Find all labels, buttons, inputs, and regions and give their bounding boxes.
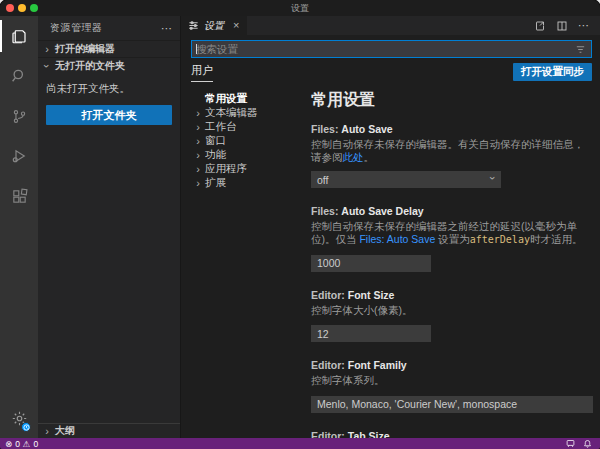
settings-toc: 常用设置 › 文本编辑器 › 工作台 › 窗口 › 功能 [181, 86, 303, 438]
section-open-editors-label: 打开的编辑器 [55, 42, 115, 56]
settings-search-box [191, 40, 592, 58]
settings-search-input[interactable] [192, 43, 570, 55]
section-open-editors[interactable]: › 打开的编辑器 [38, 40, 180, 57]
close-window-icon[interactable] [6, 4, 14, 12]
settings-sync-button[interactable]: 打开设置同步 [513, 63, 592, 81]
open-folder-button[interactable]: 打开文件夹 [46, 105, 172, 125]
setting-description: 控制字体系列。 [311, 374, 590, 387]
more-actions-icon[interactable]: ⋯ [578, 19, 590, 32]
filter-icon[interactable] [570, 44, 591, 55]
toc-item-window[interactable]: › 窗口 [193, 134, 303, 148]
tab-settings[interactable]: 设置 × [181, 16, 247, 35]
setting-font-family: Editor: Font Family 控制字体系列。 [311, 359, 590, 413]
activity-bar [0, 16, 38, 438]
chevron-right-icon: › [193, 135, 203, 147]
editor-area: 设置 × ⋯ [180, 16, 600, 438]
window-title: 设置 [291, 2, 309, 15]
search-icon [10, 67, 28, 85]
tab-settings-label: 设置 [204, 19, 224, 33]
auto-save-delay-input[interactable] [311, 255, 431, 272]
section-no-folder-label: 无打开的文件夹 [55, 59, 125, 73]
manage-button[interactable] [0, 400, 38, 436]
toc-item-common[interactable]: 常用设置 [193, 92, 303, 106]
vscode-window: 设置 [0, 0, 600, 449]
run-debug-icon [10, 147, 28, 165]
setting-description: 控制自动保存未保存的编辑器之前经过的延迟(以毫秒为单位)。仅当 Files: A… [311, 220, 590, 246]
problems-status[interactable]: ⊗ 0 ⚠ 0 [5, 439, 38, 449]
toc-item-extensions[interactable]: › 扩展 [193, 176, 303, 190]
setting-tab-size: Editor: Tab Size 一个制表符等于的空格数。在 Editor: D… [311, 430, 590, 439]
auto-save-select[interactable]: off › [311, 171, 501, 188]
traffic-lights [6, 4, 38, 12]
chevron-down-icon: › [41, 61, 53, 71]
activity-extensions[interactable] [0, 176, 38, 216]
toc-item-features[interactable]: › 功能 [193, 148, 303, 162]
status-bar: ⊗ 0 ⚠ 0 [0, 438, 600, 449]
activity-source-control[interactable] [0, 96, 38, 136]
link[interactable]: 此处 [343, 151, 364, 163]
settings-sliders-icon [188, 20, 199, 31]
minimize-window-icon[interactable] [18, 4, 26, 12]
setting-description: 控制字体大小(像素)。 [311, 304, 590, 317]
update-badge-icon [21, 422, 31, 432]
chevron-right-icon: › [193, 163, 203, 175]
notifications-bell-icon[interactable] [583, 439, 592, 448]
toc-item-text-editor[interactable]: › 文本编辑器 [193, 106, 303, 120]
extensions-icon [11, 188, 28, 205]
font-size-input[interactable] [311, 325, 431, 342]
chevron-right-icon: › [42, 425, 52, 437]
zoom-window-icon[interactable] [30, 4, 38, 12]
setting-font-size: Editor: Font Size 控制字体大小(像素)。 [311, 289, 590, 343]
warning-icon: ⚠ [23, 439, 31, 449]
sidebar-more-actions-icon[interactable]: ⋯ [161, 22, 172, 35]
font-family-input[interactable] [311, 396, 593, 413]
settings-content: 常用设置 Files: Auto Save 控制自动保存未保存的编辑器。有关自动… [303, 86, 600, 438]
settings-scope-row: 用户 打开设置同步 [191, 62, 592, 82]
toc-item-application[interactable]: › 应用程序 [193, 162, 303, 176]
setting-auto-save-delay: Files: Auto Save Delay 控制自动保存未保存的编辑器之前经过… [311, 205, 590, 272]
link[interactable]: Files: Auto Save [359, 233, 435, 245]
toc-item-workbench[interactable]: › 工作台 [193, 120, 303, 134]
text-caret [196, 44, 197, 54]
sidebar-title: 资源管理器 [50, 21, 103, 35]
section-outline[interactable]: › 大纲 [38, 423, 180, 438]
section-outline-label: 大纲 [55, 424, 75, 438]
feedback-icon[interactable] [566, 439, 575, 448]
tab-strip: 设置 × ⋯ [181, 16, 600, 35]
setting-auto-save: Files: Auto Save 控制自动保存未保存的编辑器。有关自动保存的详细… [311, 123, 590, 188]
code-span: afterDelay [470, 234, 530, 245]
chevron-down-icon: › [487, 176, 499, 180]
files-icon [10, 27, 28, 45]
section-no-folder[interactable]: › 无打开的文件夹 [38, 57, 180, 74]
error-icon: ⊗ [5, 439, 12, 449]
activity-explorer[interactable] [0, 16, 38, 56]
activity-search[interactable] [0, 56, 38, 96]
settings-heading: 常用设置 [311, 90, 590, 111]
title-bar: 设置 [0, 0, 600, 16]
tab-close-icon[interactable]: × [233, 20, 239, 31]
activity-run-debug[interactable] [0, 136, 38, 176]
explorer-sidebar: 资源管理器 ⋯ › 打开的编辑器 › 无打开的文件夹 尚未打开文件夹。 打开文件… [38, 16, 180, 438]
chevron-right-icon: › [193, 107, 203, 119]
chevron-right-icon: › [193, 177, 203, 189]
chevron-right-icon: › [42, 43, 52, 55]
source-control-icon [11, 108, 28, 125]
scope-tab-user[interactable]: 用户 [191, 63, 213, 82]
warning-count: 0 [33, 439, 38, 449]
setting-description: 控制自动保存未保存的编辑器。有关自动保存的详细信息，请参阅此处。 [311, 138, 590, 164]
error-count: 0 [15, 439, 20, 449]
chevron-right-icon: › [193, 149, 203, 161]
no-folder-message: 尚未打开文件夹。 [46, 82, 172, 96]
chevron-right-icon: › [193, 121, 203, 133]
split-editor-icon[interactable] [556, 20, 568, 32]
open-settings-json-icon[interactable] [534, 20, 546, 32]
